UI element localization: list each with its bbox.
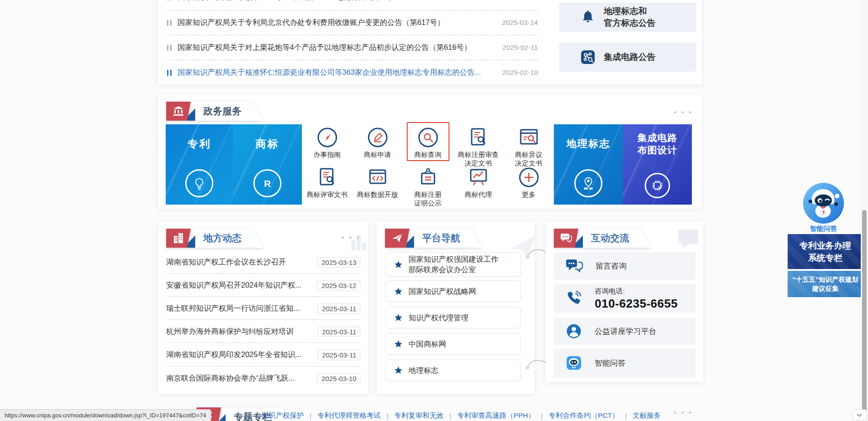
service-item-guide[interactable]: 办事指南 (302, 127, 352, 159)
service-item-registration-certificate-publicity[interactable]: 商标注册证明公示 (403, 167, 453, 207)
tile-trademark[interactable]: 商标 R (233, 124, 302, 205)
geo-official-sign-announcements-button[interactable]: 地理标志和 官方标志公告 (559, 3, 696, 32)
service-label: 商标申请 (352, 150, 403, 159)
tile-ic-layout-design[interactable]: 集成电路 布图设计 (623, 124, 692, 205)
more-dots-button[interactable]: • • • (341, 233, 360, 242)
service-item-review-documents[interactable]: 商标评审文书 (302, 167, 352, 199)
tile-label: 地理标志 (554, 137, 623, 151)
announcement-row[interactable]: 国家知识产权局关于核准怀仁恒源瓷业有限公司等363家企业使用地理标志专用标志的公… (167, 63, 538, 83)
star-icon (394, 260, 403, 269)
section-title: 平台导航 (410, 229, 482, 248)
more-dots-button[interactable]: • • • (674, 408, 693, 417)
footer-link[interactable]: 专利合作条约（PCT） (549, 411, 619, 421)
news-row[interactable]: 安徽省知识产权局召开2024年知识产权... 2025-03-12 (166, 275, 360, 295)
service-item-opposition-decision-documents[interactable]: 商标异议决定文书 (503, 127, 554, 167)
bank-icon (166, 102, 191, 121)
mascot-label[interactable]: 智能问答 (795, 225, 852, 233)
smart-qa-mascot-button[interactable] (803, 182, 844, 224)
scroll-down-button[interactable] (852, 409, 867, 421)
person-icon (566, 323, 582, 339)
list-marker-icon (167, 45, 172, 51)
service-item-trademark-apply[interactable]: 商标申请 (352, 127, 403, 159)
nav-item-china-trademark-net[interactable]: 中国商标网 (385, 333, 521, 355)
cnipa-homepage: 国家知识产权局关于核准……等31个产品……登记的公告（第…） 2025-02-2… (0, 0, 868, 421)
announcement-row[interactable]: 国家知识产权局关于对上栗花炮等4个产品予以地理标志产品初步认定的公告（第616号… (167, 38, 538, 58)
divider (167, 10, 538, 10)
service-item-more[interactable]: 更多 (503, 167, 554, 199)
smart-qa-item[interactable]: 智能问答 (554, 348, 695, 377)
announcement-title[interactable]: 国家知识产权局关于核准……等31个产品……登记的公告（第…） (178, 0, 494, 2)
message-consult-item[interactable]: 留言咨询 (554, 252, 695, 279)
footer-link[interactable]: 专利复审和无效 (395, 411, 444, 421)
robot-icon (566, 355, 582, 371)
patent-business-system-banner[interactable]: 专利业务办理 系统专栏 (788, 234, 863, 269)
nav-item-strong-ip-office[interactable]: 国家知识产权强国建设工作部际联席会议办公室 (385, 252, 521, 277)
announcement-title[interactable]: 国家知识产权局关于对上栗花炮等4个产品予以地理标志产品初步认定的公告（第616号… (178, 43, 494, 53)
service-label: 商标注册审查决定文书 (453, 150, 503, 167)
separator: | (625, 412, 627, 420)
separator: | (310, 412, 311, 420)
gov-services-header: 政务服务 (166, 102, 263, 121)
map-pin-icon (574, 169, 602, 197)
news-date: 2025-03-13 (317, 257, 360, 268)
scrollbar-thumb[interactable] (862, 210, 867, 413)
button-label: 集成电路公告 (604, 51, 656, 63)
phone-consult-item[interactable]: 咨询电话: 010-6235-6655 (554, 284, 695, 313)
divider (166, 343, 360, 343)
tile-patent[interactable]: 专利 (166, 124, 233, 205)
chat-icon (554, 229, 578, 248)
footer-link[interactable]: 专利代理师资格考试 (317, 411, 381, 421)
footer-links: 知识产权保护 | 专利代理师资格考试 | 专利复审和无效 | 专利审查高速路（P… (261, 411, 661, 421)
news-title[interactable]: 南京联合国际商标协会举办“品牌飞跃... (166, 373, 313, 383)
announcement-row[interactable]: 国家知识产权局关于专利局北京代办处专利费用收缴账户变更的公告（第617号） 20… (167, 13, 538, 33)
news-title[interactable]: 湖南省知识产权局印发2025年全省知识... (166, 350, 313, 360)
announcement-title[interactable]: 国家知识产权局关于核准怀仁恒源瓷业有限公司等363家企业使用地理标志专用标志的公… (178, 68, 494, 78)
tile-geographical-indication[interactable]: 地理标志 (554, 124, 623, 205)
local-news-header: 地方动态 (166, 229, 263, 248)
bulb-icon (185, 169, 213, 197)
platform-nav-header: 平台导航 (385, 229, 482, 248)
announcement-title[interactable]: 国家知识产权局关于专利局北京代办处专利费用收缴账户变更的公告（第617号） (178, 18, 494, 28)
nav-item-label: 中国商标网 (409, 339, 446, 349)
browser-status-bar: https://www.cnipa.gov.cn/module/download… (0, 409, 211, 421)
divider (166, 273, 360, 274)
news-title[interactable]: 瑞士联邦知识产权局一行访问浙江省知... (166, 304, 313, 313)
news-row[interactable]: 湖南省知识产权工作会议在长沙召开 2025-03-13 (166, 252, 360, 272)
separator: | (449, 412, 451, 420)
star-icon (394, 287, 403, 296)
document-search-icon (317, 167, 338, 188)
list-marker-icon (167, 20, 172, 26)
news-title[interactable]: 杭州举办海外商标保护与纠纷应对培训 (166, 327, 313, 337)
news-row[interactable]: 杭州举办海外商标保护与纠纷应对培训 2025-03-11 (166, 322, 360, 342)
footer-link[interactable]: 文献服务 (633, 411, 661, 421)
chevron-down-icon (856, 413, 863, 417)
service-item-trademark-data-open[interactable]: 商标数据开放 (352, 167, 403, 199)
pencil-icon (367, 127, 388, 148)
fifteenth-five-plan-banner[interactable]: “十五五”知识产权规划 建议征集 (788, 271, 863, 297)
news-row[interactable]: 南京联合国际商标协会举办“品牌飞跃... 2025-03-10 (166, 368, 360, 388)
news-row[interactable]: 瑞士联邦知识产权局一行访问浙江省知... 2025-03-11 (166, 299, 360, 318)
footer-link[interactable]: 专利审查高速路（PPH） (457, 411, 535, 421)
more-dots-button[interactable]: • • • (674, 108, 693, 117)
nav-item-ip-strategy-net[interactable]: 国家知识产权战略网 (385, 280, 521, 302)
phone-info: 咨询电话: 010-6235-6655 (595, 287, 678, 311)
chart-board-icon (468, 167, 489, 188)
integrated-circuit-announcements-button[interactable]: 集成电路公告 (559, 43, 696, 72)
service-label: 商标评审文书 (302, 190, 352, 199)
news-title[interactable]: 湖南省知识产权工作会议在长沙召开 (166, 257, 313, 267)
news-row[interactable]: 湖南省知识产权局印发2025年全省知识... 2025-03-11 (166, 345, 360, 365)
announcement-date: 2025-02-11 (503, 44, 538, 52)
news-title[interactable]: 安徽省知识产权局召开2024年知识产权... (166, 280, 313, 290)
announcement-row[interactable]: 国家知识产权局关于核准……等31个产品……登记的公告（第…） 2025-02-2… (167, 0, 538, 7)
service-item-trademark-agency[interactable]: 商标代理 (453, 167, 503, 199)
separator: | (387, 412, 389, 420)
certificate-icon (418, 167, 439, 188)
divider (167, 60, 538, 60)
footer-link[interactable]: 知识产权保护 (261, 411, 304, 421)
service-item-registration-review-documents[interactable]: 商标注册审查决定文书 (453, 127, 503, 167)
lecture-platform-item[interactable]: 公益讲座学习平台 (554, 318, 695, 345)
phone-label: 咨询电话: (595, 287, 678, 296)
announcement-date: 2025-02-14 (502, 19, 538, 27)
nav-item-agency-management[interactable]: 知识产权代理管理 (385, 307, 521, 328)
nav-item-geographical-indication[interactable]: 地理标志 (385, 359, 521, 381)
